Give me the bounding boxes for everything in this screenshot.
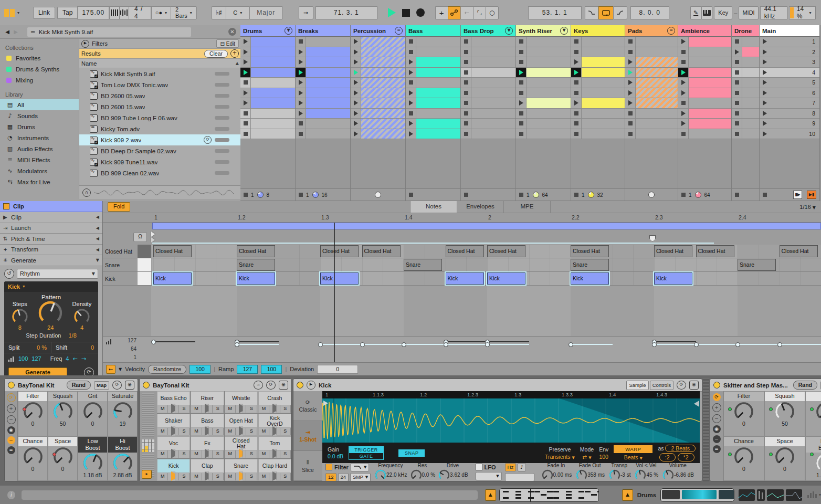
clip-slot[interactable] xyxy=(516,57,571,68)
clip-slot[interactable] xyxy=(516,98,571,109)
clip-tab-clip[interactable]: ▶Clip◀ xyxy=(0,212,102,223)
generator-target-select[interactable]: Kick▾ xyxy=(4,281,98,292)
clip-launch-button[interactable] xyxy=(240,37,250,47)
clip-slot[interactable] xyxy=(461,78,515,88)
drum-pad-whistle[interactable]: WhistleMS xyxy=(225,391,258,413)
clip-launch-button[interactable] xyxy=(296,98,306,108)
pad-mute-button[interactable]: M xyxy=(259,450,269,458)
clip-slot[interactable] xyxy=(625,78,678,88)
capture-selection-button[interactable]: ⌜⌟ xyxy=(473,6,486,19)
file-row[interactable]: BD 909 Clean 02.wav xyxy=(79,167,241,178)
freq-left-arrow[interactable]: ← xyxy=(72,355,77,362)
clip-slot[interactable] xyxy=(406,129,460,140)
clip-slot[interactable] xyxy=(351,129,405,140)
clip-slot[interactable] xyxy=(406,78,460,88)
track-stop-all-icon[interactable] xyxy=(299,193,303,197)
drum-pad-snare[interactable]: SnareMS xyxy=(225,459,258,481)
clip-launch-button[interactable] xyxy=(406,78,416,88)
clip-launch-button[interactable] xyxy=(625,88,635,98)
clip-launch-button[interactable] xyxy=(406,37,416,47)
clip-launch-button[interactable] xyxy=(516,88,526,98)
editor-tab-mpe[interactable]: MPE xyxy=(504,201,551,213)
track-header-drone[interactable]: Drone xyxy=(732,25,759,37)
save-preset-icon[interactable]: ◉ xyxy=(689,381,699,390)
clip-slot[interactable] xyxy=(296,109,350,119)
clip-launch-button[interactable] xyxy=(516,109,526,119)
clip-launch-button[interactable] xyxy=(461,37,471,47)
clip-tab-pitch-time[interactable]: ⇅Pitch & Time◀ xyxy=(0,234,102,245)
clip-overview-minimap[interactable] xyxy=(499,488,599,502)
clip-slot[interactable] xyxy=(571,68,625,78)
track-status-synth-riser[interactable]: 164 xyxy=(516,188,571,201)
clip-slot[interactable] xyxy=(678,47,731,58)
clip-slot[interactable] xyxy=(732,119,759,129)
arrangement-position[interactable]: 71. 3. 1 xyxy=(315,6,377,19)
marker-strip[interactable]: Ω xyxy=(103,230,821,243)
simpler-knob-res[interactable]: Res0.0 % xyxy=(409,463,436,482)
midi-note-snare[interactable]: Snare xyxy=(237,259,275,271)
note-grid[interactable]: Closed HatClosed HatClosed HatClosed Hat… xyxy=(151,245,821,286)
clip-launch-button[interactable] xyxy=(240,57,250,67)
pad-solo-button[interactable]: S xyxy=(179,405,190,413)
clip-slot[interactable] xyxy=(296,47,350,58)
clip-launch-button[interactable] xyxy=(351,78,361,88)
clip-slot[interactable] xyxy=(461,37,515,47)
sidebar-item-sounds[interactable]: ♪Sounds xyxy=(0,110,79,121)
track-header-bass-drop[interactable]: Bass Drop▼ xyxy=(461,25,515,37)
generator-select[interactable]: Rhythm▼ xyxy=(17,269,98,279)
clip-tab-transform[interactable]: ✦Transform◀ xyxy=(0,245,102,256)
ramp-from-value[interactable]: 127 xyxy=(237,365,258,374)
clip-slot[interactable] xyxy=(296,88,350,99)
clip-slot[interactable] xyxy=(240,119,295,129)
filters-edit-button[interactable]: ⊟Edit xyxy=(216,39,239,48)
collapse-arrow-icon[interactable]: ◀ xyxy=(96,247,99,252)
scene-slot-4[interactable]: 4 xyxy=(760,68,819,78)
midi-note-closed-hat[interactable]: Closed Hat xyxy=(571,245,609,257)
pad-mute-button[interactable]: M xyxy=(225,450,236,458)
sort-arrow-icon[interactable]: ▲ xyxy=(236,61,239,66)
pad-solo-button[interactable]: S xyxy=(280,405,291,413)
velocity-marker[interactable] xyxy=(652,342,657,347)
insert-marker-icon[interactable] xyxy=(649,235,656,242)
track-menu-icon[interactable]: ▼ xyxy=(505,27,513,35)
track-menu-icon[interactable]: ▼ xyxy=(285,27,292,35)
clip-slot[interactable] xyxy=(406,98,460,109)
drum-pad-bass-echo[interactable]: Bass EchoMS xyxy=(157,391,190,413)
time-signature[interactable]: 4 / 4 xyxy=(129,6,151,19)
pad-bank-overview[interactable] xyxy=(142,439,154,452)
scene-launch-button[interactable] xyxy=(760,47,770,57)
midi-note-closed-hat[interactable]: Closed Hat xyxy=(487,245,525,257)
key-kick[interactable] xyxy=(138,272,151,286)
clip-launch-button[interactable] xyxy=(461,119,471,129)
warp-mode-control[interactable]: Mode⇄ ▼ xyxy=(580,446,594,460)
filter-slope-24[interactable]: 24 xyxy=(338,473,349,481)
clip-slot[interactable] xyxy=(732,98,759,109)
group-fold-icon[interactable]: ≡ xyxy=(667,27,675,35)
clip-launch-button[interactable] xyxy=(732,37,742,47)
pad-solo-button[interactable]: S xyxy=(280,473,291,480)
velocity-marker[interactable] xyxy=(694,342,699,347)
clip-slot[interactable] xyxy=(571,88,625,99)
midi-note-closed-hat[interactable]: Closed Hat xyxy=(780,245,818,257)
output-meter-icon[interactable] xyxy=(807,491,817,498)
snap-button[interactable]: SNAP xyxy=(398,449,425,457)
pad-mute-button[interactable]: M xyxy=(259,405,269,413)
loop-toggle-icon[interactable]: Ω xyxy=(133,232,147,242)
simpler-mode-classic[interactable]: ⟳Classic xyxy=(293,391,322,421)
clip-slot[interactable] xyxy=(296,129,350,140)
clip-slot[interactable] xyxy=(351,98,405,109)
pad-mute-button[interactable]: M xyxy=(191,405,202,413)
midi-note-closed-hat[interactable]: Closed Hat xyxy=(320,245,359,257)
lfo-rate-box[interactable] xyxy=(505,473,534,481)
clip-launch-button[interactable] xyxy=(351,98,361,108)
logo-menu-arrow[interactable]: ▾ xyxy=(17,10,19,15)
snapshot-icon[interactable]: ◉ xyxy=(7,426,15,434)
key-snare[interactable] xyxy=(138,258,151,272)
track-status-bass[interactable] xyxy=(406,188,460,201)
clip-launch-button[interactable] xyxy=(240,129,250,139)
clip-launch-button[interactable] xyxy=(351,68,361,78)
sidebar-item-midi-effects[interactable]: ≡MIDI Effects xyxy=(0,154,79,165)
link-button[interactable]: Link xyxy=(33,7,55,19)
step-duration-value[interactable]: 1/8 xyxy=(68,332,76,339)
drum-pad-clap[interactable]: ClapMS xyxy=(191,459,224,481)
